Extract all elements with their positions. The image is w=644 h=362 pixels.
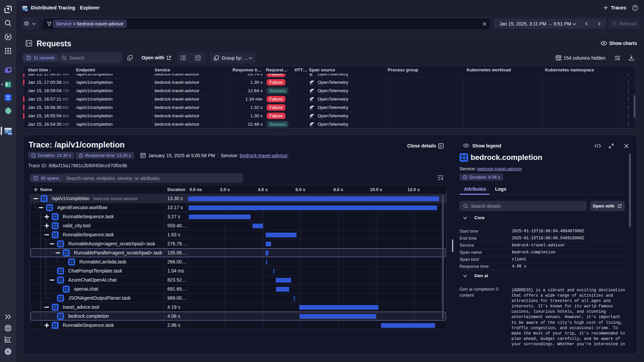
svg-text:NEW: NEW: [25, 10, 28, 11]
svg-text:NEW: NEW: [8, 133, 12, 135]
